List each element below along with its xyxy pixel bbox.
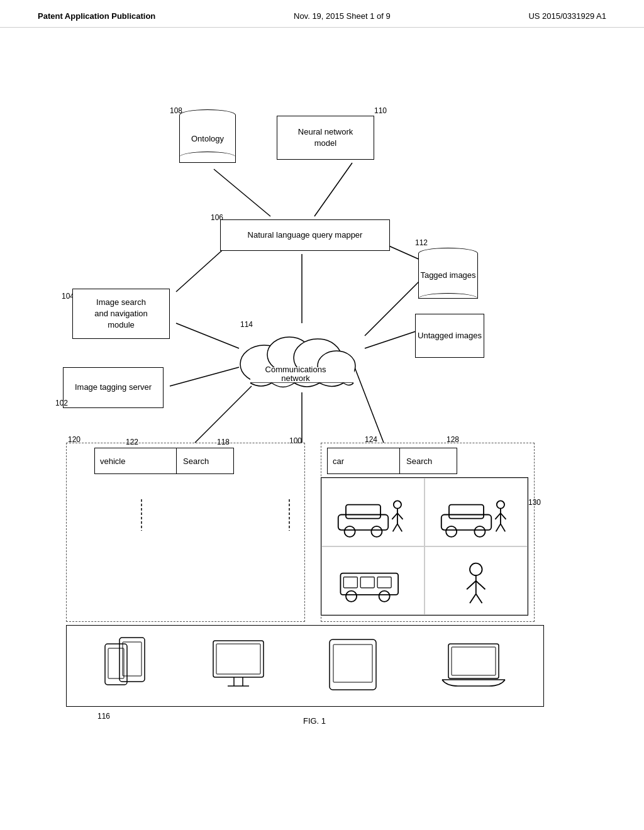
search-bar-2[interactable]: car Search bbox=[327, 448, 457, 474]
svg-point-48 bbox=[470, 563, 482, 575]
device-laptop bbox=[439, 634, 508, 697]
image-cell-4 bbox=[425, 546, 528, 615]
label-122: 122 bbox=[126, 438, 138, 446]
svg-line-40 bbox=[496, 524, 501, 531]
svg-rect-43 bbox=[344, 577, 358, 587]
svg-rect-66 bbox=[448, 644, 499, 678]
search-bar-1[interactable]: vehicle Search bbox=[94, 448, 234, 474]
device-tablet bbox=[325, 634, 381, 697]
label-128: 128 bbox=[447, 435, 459, 444]
image-search-box: Image search and navigation module bbox=[72, 289, 170, 339]
svg-line-50 bbox=[467, 581, 476, 589]
label-116: 116 bbox=[97, 712, 110, 721]
svg-line-4 bbox=[365, 279, 421, 336]
svg-rect-45 bbox=[377, 577, 391, 587]
svg-line-28 bbox=[392, 513, 398, 519]
header-center: Nov. 19, 2015 Sheet 1 of 9 bbox=[294, 11, 391, 21]
svg-rect-33 bbox=[449, 504, 484, 518]
label-120: 120 bbox=[68, 435, 80, 444]
label-124: 124 bbox=[365, 435, 377, 444]
label-102: 102 bbox=[55, 399, 68, 407]
svg-rect-58 bbox=[213, 641, 264, 677]
figure-label: FIG. 1 bbox=[270, 716, 358, 726]
svg-point-35 bbox=[475, 526, 486, 537]
svg-rect-55 bbox=[108, 648, 124, 678]
svg-point-25 bbox=[372, 526, 382, 537]
svg-point-26 bbox=[394, 501, 401, 508]
label-110: 110 bbox=[374, 106, 387, 115]
search-input-car[interactable]: car bbox=[328, 448, 400, 473]
svg-line-38 bbox=[496, 513, 501, 519]
image-grid bbox=[321, 477, 528, 616]
svg-line-30 bbox=[393, 524, 397, 531]
svg-point-46 bbox=[346, 590, 357, 601]
svg-line-5 bbox=[365, 329, 421, 348]
svg-point-47 bbox=[379, 590, 390, 601]
image-cell-2 bbox=[425, 478, 528, 546]
image-cell-1 bbox=[321, 478, 425, 546]
image-cell-3 bbox=[321, 546, 425, 615]
svg-line-52 bbox=[470, 594, 476, 603]
svg-line-31 bbox=[397, 524, 402, 531]
svg-point-36 bbox=[497, 501, 504, 508]
svg-text:network: network bbox=[281, 374, 310, 383]
nlq-mapper-box: Natural language query mapper bbox=[220, 219, 390, 251]
svg-rect-44 bbox=[360, 577, 374, 587]
label-112: 112 bbox=[415, 238, 428, 247]
untagged-images-box: Untagged images bbox=[415, 314, 484, 358]
header-left: Patent Application Publication bbox=[38, 11, 155, 21]
device-phone bbox=[102, 634, 152, 697]
cloud-svg: Communications network bbox=[226, 317, 365, 392]
device-desktop bbox=[210, 634, 267, 697]
label-130: 130 bbox=[528, 498, 541, 507]
svg-text:Communications: Communications bbox=[265, 365, 326, 374]
svg-line-29 bbox=[397, 513, 403, 519]
label-118: 118 bbox=[217, 438, 230, 446]
svg-rect-64 bbox=[333, 645, 372, 682]
header-right: US 2015/0331929 A1 bbox=[528, 11, 606, 21]
tagged-images-label: Tagged images bbox=[418, 253, 478, 299]
svg-line-1 bbox=[314, 163, 352, 216]
search-input-vehicle[interactable]: vehicle bbox=[95, 448, 177, 473]
svg-rect-59 bbox=[216, 644, 260, 674]
neural-network-box: Neural network model bbox=[277, 116, 374, 160]
svg-line-51 bbox=[476, 581, 486, 589]
search-button-2[interactable]: Search bbox=[400, 448, 457, 473]
svg-point-24 bbox=[345, 526, 355, 537]
search-button-1[interactable]: Search bbox=[177, 448, 233, 473]
diagram-area: 108 Ontology 110 Neural network model 10… bbox=[0, 28, 644, 814]
page-header: Patent Application Publication Nov. 19, … bbox=[0, 0, 644, 28]
svg-rect-67 bbox=[452, 647, 496, 675]
svg-rect-23 bbox=[346, 504, 380, 518]
image-tagging-box: Image tagging server bbox=[63, 367, 164, 408]
devices-row bbox=[66, 625, 544, 707]
svg-line-0 bbox=[214, 169, 270, 216]
svg-point-34 bbox=[446, 526, 457, 537]
svg-line-39 bbox=[501, 513, 506, 519]
svg-line-9 bbox=[195, 386, 252, 443]
svg-line-53 bbox=[476, 594, 482, 603]
svg-rect-57 bbox=[123, 642, 142, 676]
svg-line-41 bbox=[501, 524, 505, 531]
